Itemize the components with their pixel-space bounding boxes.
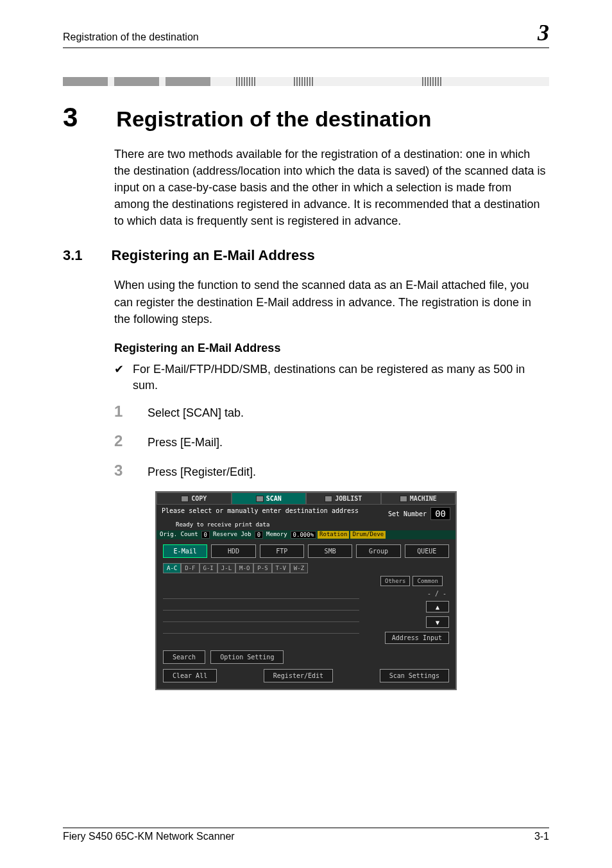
list-item: [163, 602, 359, 611]
step-text: Press [Register/Edit].: [148, 465, 256, 479]
page-footer: Fiery S450 65C-KM Network Scanner 3-1: [63, 828, 549, 842]
step-text: Press [E-Mail].: [148, 436, 223, 449]
dest-smb-button[interactable]: SMB: [308, 544, 352, 558]
section-heading: 3.1 Registering an E-Mail Address: [63, 247, 549, 264]
option-setting-button[interactable]: Option Setting: [210, 650, 284, 664]
footer-left: Fiery S450 65C-KM Network Scanner: [63, 831, 235, 842]
address-input-button[interactable]: Address Input: [385, 632, 449, 644]
common-button[interactable]: Common: [412, 576, 443, 586]
orig-count-value: 0: [201, 531, 210, 539]
tab-copy[interactable]: COPY: [157, 492, 232, 505]
tab-scan[interactable]: SCAN: [232, 492, 307, 505]
checkmark-icon: ✔: [114, 361, 124, 394]
step-1: 1 Select [SCAN] tab.: [114, 403, 549, 421]
alpha-jl[interactable]: J-L: [217, 563, 235, 573]
alpha-tv[interactable]: T-V: [272, 563, 290, 573]
list-item: [163, 625, 359, 634]
note-text: For E-Mail/FTP/HDD/SMB, destinations can…: [133, 361, 549, 394]
reserve-job-label: Reserve Job: [211, 531, 253, 539]
joblist-icon: [325, 496, 332, 502]
others-button[interactable]: Others: [380, 576, 411, 586]
reserve-job-value: 0: [255, 531, 263, 539]
chapter-intro: There are two methods available for the …: [114, 146, 549, 229]
footer-right: 3-1: [534, 831, 549, 842]
step-2: 2 Press [E-Mail].: [114, 432, 549, 450]
dest-hdd-button[interactable]: HDD: [211, 544, 255, 558]
dest-group-button[interactable]: Group: [356, 544, 400, 558]
chapter-heading: 3 Registration of the destination: [63, 102, 549, 133]
decorative-bar: [63, 77, 549, 86]
search-button[interactable]: Search: [163, 650, 205, 664]
chapter-number-mark: 3: [538, 19, 549, 46]
set-number-label: Set Number: [388, 510, 427, 517]
dest-email-button[interactable]: E-Mail: [163, 544, 207, 558]
list-item: [163, 613, 359, 622]
set-number-value: 00: [430, 507, 450, 520]
device-screenshot: COPY SCAN JOBLIST MACHINE Please select …: [155, 491, 457, 690]
dest-queue-button[interactable]: QUEUE: [405, 544, 449, 558]
drum-indicator: Drum/Deve: [350, 531, 386, 539]
section-title: Registering an E-Mail Address: [112, 247, 315, 264]
scan-settings-button[interactable]: Scan Settings: [380, 669, 449, 682]
alpha-wz[interactable]: W-Z: [290, 563, 308, 573]
step-number: 2: [114, 432, 128, 450]
list-item: [163, 590, 359, 599]
rotation-indicator: Rotation: [318, 531, 349, 539]
chapter-title: Registration of the destination: [116, 107, 431, 132]
device-status-bar: Orig. Count 0 Reserve Job 0 Memory 0.000…: [157, 530, 455, 539]
procedure-note: ✔ For E-Mail/FTP/HDD/SMB, destinations c…: [114, 361, 549, 394]
scan-icon: [256, 496, 264, 502]
alpha-df[interactable]: D-F: [181, 563, 199, 573]
step-text: Select [SCAN] tab.: [148, 406, 244, 420]
step-number: 1: [114, 403, 128, 421]
tab-joblist[interactable]: JOBLIST: [306, 492, 381, 505]
alpha-mo[interactable]: M-O: [235, 563, 253, 573]
step-number: 3: [114, 462, 128, 480]
section-intro: When using the function to send the scan…: [114, 277, 549, 327]
step-3: 3 Press [Register/Edit].: [114, 462, 549, 480]
set-number: Set Number 00: [388, 507, 450, 520]
paging-indicator: - / -: [427, 590, 449, 597]
alpha-gi[interactable]: G-I: [200, 563, 217, 573]
running-title: Registration of the destination: [63, 31, 199, 43]
register-edit-button[interactable]: Register/Edit: [264, 669, 333, 682]
dest-ftp-button[interactable]: FTP: [260, 544, 304, 558]
scroll-down-button[interactable]: ▼: [426, 616, 449, 628]
tab-machine[interactable]: MACHINE: [381, 492, 456, 505]
destination-type-row: E-Mail HDD FTP SMB Group QUEUE: [157, 539, 455, 560]
device-prompt: Please select or manually enter destinat…: [162, 507, 359, 520]
running-header: Registration of the destination 3: [63, 19, 549, 48]
alpha-ps[interactable]: P-S: [253, 563, 271, 573]
machine-icon: [400, 496, 407, 502]
address-list: [163, 590, 359, 644]
memory-label: Memory: [264, 531, 289, 539]
section-number: 3.1: [63, 247, 83, 264]
copy-icon: [181, 496, 189, 502]
procedure-subhead: Registering an E-Mail Address: [114, 342, 549, 355]
device-ready: Ready to receive print data: [157, 521, 455, 530]
procedure-steps: 1 Select [SCAN] tab. 2 Press [E-Mail]. 3…: [114, 403, 549, 480]
clear-all-button[interactable]: Clear All: [163, 669, 217, 682]
memory-value: 0.000%: [291, 531, 317, 539]
alpha-filter-row: A-C D-F G-I J-L M-O P-S T-V W-Z: [157, 560, 455, 573]
scroll-up-button[interactable]: ▲: [426, 601, 449, 612]
chapter-number: 3: [63, 102, 78, 133]
orig-count-label: Orig. Count: [158, 531, 200, 539]
alpha-ac[interactable]: A-C: [163, 563, 181, 573]
device-top-tabs: COPY SCAN JOBLIST MACHINE: [157, 492, 455, 505]
device-header: Please select or manually enter destinat…: [157, 505, 455, 521]
address-list-area: - / - ▲ ▼ Address Input: [157, 586, 455, 647]
